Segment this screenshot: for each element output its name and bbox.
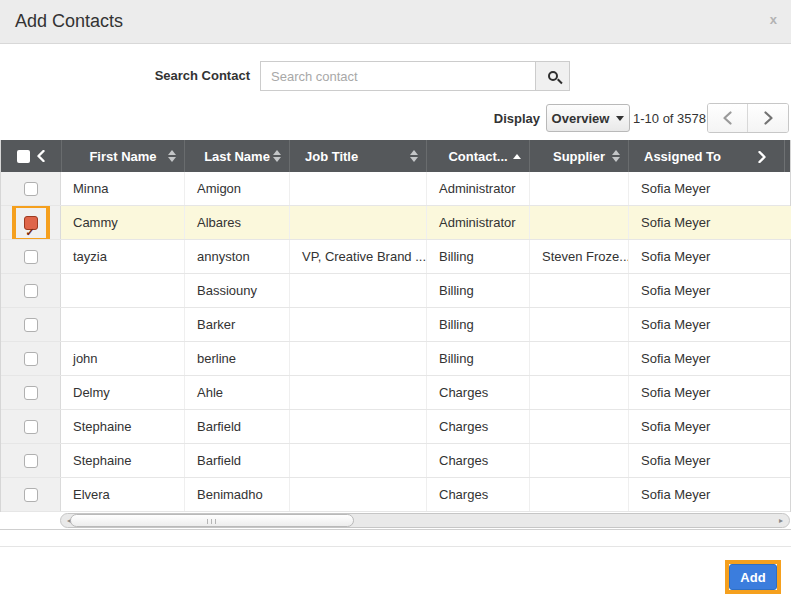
row-checkbox-cell	[1, 410, 61, 443]
select-all-checkbox[interactable]	[17, 150, 30, 163]
row-checkbox[interactable]	[24, 420, 38, 434]
column-header[interactable]: Assigned To	[628, 140, 791, 172]
column-header[interactable]: Job Title	[289, 140, 426, 172]
annotation-highlight-checkbox	[16, 480, 46, 510]
annotation-highlight-checkbox	[16, 276, 46, 306]
cell-supplier	[529, 172, 628, 205]
cell-job-title	[289, 410, 426, 443]
pagination-controls	[707, 103, 789, 133]
table-row[interactable]: Stephaine Barfield Charges Sofia Meyer	[1, 444, 790, 478]
cell-assigned-to: Sofia Meyer	[628, 308, 791, 341]
cell-supplier	[529, 444, 628, 477]
cell-last-name: Barfield	[184, 410, 289, 443]
cell-assigned-to: Sofia Meyer	[628, 172, 791, 205]
table-row[interactable]: tayzia annyston VP, Creative Brand ... B…	[1, 240, 790, 274]
add-button[interactable]: Add	[729, 564, 777, 590]
row-checkbox-cell	[1, 240, 61, 273]
cell-first-name: Cammy	[61, 206, 184, 239]
cell-job-title	[289, 206, 426, 239]
row-checkbox-cell	[1, 308, 61, 341]
annotation-highlight-checkbox	[16, 310, 46, 340]
scroll-columns-left-icon[interactable]	[37, 150, 45, 162]
row-checkbox[interactable]	[24, 352, 38, 366]
cell-assigned-to: Sofia Meyer	[628, 206, 791, 239]
chevron-down-icon	[616, 116, 624, 121]
table-row[interactable]: Bassiouny Billing Sofia Meyer	[1, 274, 790, 308]
close-icon[interactable]: x	[770, 13, 777, 26]
cell-supplier	[529, 376, 628, 409]
row-checkbox[interactable]	[24, 454, 38, 468]
column-header-label: Supplier	[553, 149, 605, 164]
cell-last-name: Ahle	[184, 376, 289, 409]
scrollbar-right-arrow-icon[interactable]: ▸	[775, 514, 787, 527]
row-checkbox[interactable]	[24, 318, 38, 332]
prev-page-button[interactable]	[708, 104, 748, 132]
row-checkbox[interactable]	[24, 284, 38, 298]
search-icon	[548, 71, 558, 81]
table-row[interactable]: Delmy Ahle Charges Sofia Meyer	[1, 376, 790, 410]
cell-job-title	[289, 308, 426, 341]
cell-last-name: Barker	[184, 308, 289, 341]
cell-supplier	[529, 274, 628, 307]
table-row[interactable]: Elvera Benimadho Charges Sofia Meyer	[1, 478, 790, 512]
cell-contact-type: Charges	[426, 376, 529, 409]
cell-job-title: VP, Creative Brand ...	[289, 240, 426, 273]
next-page-button[interactable]	[748, 104, 788, 132]
table-body: Minna Amigon Administrator Sofia Meyer C…	[1, 172, 790, 512]
cell-contact-type: Charges	[426, 410, 529, 443]
annotation-highlight-add: Add	[725, 560, 781, 594]
display-dropdown[interactable]: Overview	[546, 104, 630, 132]
cell-supplier	[529, 308, 628, 341]
sort-icon	[410, 150, 418, 162]
row-checkbox[interactable]	[24, 488, 38, 502]
cell-first-name: Stephaine	[61, 444, 184, 477]
row-checkbox[interactable]	[24, 182, 38, 196]
cell-supplier	[529, 410, 628, 443]
cell-first-name: Minna	[61, 172, 184, 205]
search-input[interactable]	[260, 61, 536, 91]
cell-contact-type: Administrator	[426, 172, 529, 205]
table-row[interactable]: Stephaine Barfield Charges Sofia Meyer	[1, 410, 790, 444]
column-header[interactable]: Contact...	[426, 140, 529, 172]
cell-assigned-to: Sofia Meyer	[628, 342, 791, 375]
display-dropdown-value: Overview	[552, 111, 610, 126]
search-button[interactable]	[535, 61, 570, 91]
cell-job-title	[289, 376, 426, 409]
row-checkbox[interactable]	[24, 250, 38, 264]
table-row[interactable]: john berline Billing Sofia Meyer	[1, 342, 790, 376]
horizontal-scrollbar[interactable]: ◂ ▸	[60, 513, 790, 528]
cell-first-name: Delmy	[61, 376, 184, 409]
cell-job-title	[289, 172, 426, 205]
column-edge-divider	[784, 140, 785, 172]
cell-job-title	[289, 274, 426, 307]
cell-assigned-to: Sofia Meyer	[628, 376, 791, 409]
cell-contact-type: Charges	[426, 444, 529, 477]
scroll-columns-right-icon[interactable]	[758, 151, 766, 163]
scrollbar-thumb[interactable]	[70, 514, 354, 527]
horizontal-scrollbar-row: ◂ ▸	[0, 512, 791, 530]
annotation-highlight-checkbox	[16, 174, 46, 204]
column-header-label: Assigned To	[644, 149, 721, 164]
cell-contact-type: Administrator	[426, 206, 529, 239]
cell-assigned-to: Sofia Meyer	[628, 274, 791, 307]
add-contacts-modal: Add Contacts x Search Contact Display Ov…	[0, 0, 791, 599]
cell-first-name	[61, 308, 184, 341]
table-row[interactable]: Cammy Albares Administrator Sofia Meyer	[1, 206, 790, 240]
table-row[interactable]: Minna Amigon Administrator Sofia Meyer	[1, 172, 790, 206]
cell-last-name: Bassiouny	[184, 274, 289, 307]
cell-last-name: Albares	[184, 206, 289, 239]
row-checkbox-cell	[1, 376, 61, 409]
column-header-label: Contact...	[448, 149, 507, 164]
column-header-label: First Name	[89, 149, 156, 164]
row-checkbox[interactable]	[24, 386, 38, 400]
column-header[interactable]: First Name	[61, 140, 184, 172]
cell-supplier	[529, 478, 628, 511]
column-header[interactable]: Supplier	[529, 140, 628, 172]
cell-first-name: Elvera	[61, 478, 184, 511]
row-checkbox-cell	[1, 274, 61, 307]
table-row[interactable]: Barker Billing Sofia Meyer	[1, 308, 790, 342]
column-header[interactable]: Last Name	[184, 140, 289, 172]
row-checkbox[interactable]	[24, 216, 38, 230]
row-checkbox-cell	[1, 444, 61, 477]
cell-assigned-to: Sofia Meyer	[628, 410, 791, 443]
